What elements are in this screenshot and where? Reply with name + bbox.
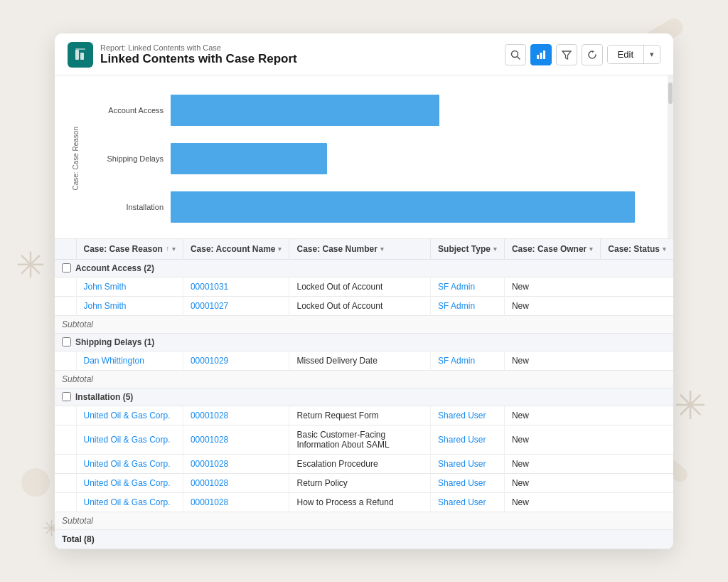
- cell-subject-type-0-1: Locked Out of Account: [289, 296, 431, 315]
- link-account-name-0-1[interactable]: John Smith: [84, 301, 127, 311]
- table-row: John Smith00001031Locked Out of AccountS…: [55, 277, 673, 296]
- group-row-0: Account Access (2): [55, 259, 673, 277]
- link-account-name-0-0[interactable]: John Smith: [84, 282, 127, 292]
- link-case-owner-2-2[interactable]: Shared User: [438, 459, 486, 469]
- subtotal-label-0: Subtotal: [55, 315, 673, 333]
- th-account_name[interactable]: Case: Account Name▾: [183, 239, 289, 260]
- bg-decoration-3: [21, 468, 50, 497]
- refresh-button[interactable]: [582, 44, 603, 65]
- data-table: Case: Case Reason↑▾Case: Account Name▾Ca…: [55, 239, 673, 549]
- table-wrapper: Case: Case Reason↑▾Case: Account Name▾Ca…: [55, 239, 673, 549]
- link-case-owner-2-3[interactable]: Shared User: [438, 478, 486, 488]
- sort-icon-case_reason: ↑: [166, 245, 169, 253]
- link-case-number-1-0[interactable]: 00001029: [191, 356, 228, 366]
- svg-rect-1: [80, 53, 84, 60]
- filter-button[interactable]: [556, 44, 577, 65]
- link-case-number-2-1[interactable]: 00001028: [191, 435, 228, 445]
- subtotal-row-2: Subtotal: [55, 512, 673, 529]
- svg-rect-7: [543, 51, 545, 59]
- search-button[interactable]: [505, 44, 526, 65]
- group-label-text-1: Shipping Delays (1): [75, 337, 154, 347]
- group-checkbox-2[interactable]: [62, 392, 71, 401]
- link-case-number-0-0[interactable]: 00001031: [191, 282, 228, 292]
- chart-row-2: Installation: [85, 191, 659, 223]
- link-case-number-2-4[interactable]: 00001028: [191, 497, 228, 507]
- row-checkbox-0-0: [55, 277, 76, 296]
- filter-icon-case_owner[interactable]: ▾: [589, 245, 593, 253]
- svg-rect-6: [540, 53, 542, 59]
- chart-bar-1: [171, 143, 327, 174]
- link-case-owner-2-4[interactable]: Shared User: [438, 497, 486, 507]
- cell-account-name-2-2: United Oil & Gas Corp.: [76, 454, 183, 473]
- link-case-owner-1-0[interactable]: SF Admin: [438, 356, 475, 366]
- header-titles: Report: Linked Contents with Case Linked…: [100, 43, 297, 66]
- total-row: Total (8): [55, 529, 673, 549]
- report-icon: [68, 42, 93, 68]
- filter-icon-case_status[interactable]: ▾: [663, 245, 666, 253]
- link-account-name-2-1[interactable]: United Oil & Gas Corp.: [84, 435, 171, 445]
- main-card: Report: Linked Contents with Case Linked…: [55, 33, 673, 549]
- filter-icon-case_number[interactable]: ▾: [380, 245, 384, 253]
- row-checkbox-2-3: [55, 473, 76, 492]
- th-case_number[interactable]: Case: Case Number▾: [289, 239, 431, 260]
- filter-icon-subject_type[interactable]: ▾: [493, 245, 497, 253]
- link-account-name-2-2[interactable]: United Oil & Gas Corp.: [84, 459, 171, 469]
- link-account-name-1-0[interactable]: Dan Whittington: [84, 356, 144, 366]
- row-checkbox-2-4: [55, 492, 76, 512]
- link-account-name-2-3[interactable]: United Oil & Gas Corp.: [84, 478, 171, 488]
- subtotal-label-1: Subtotal: [55, 370, 673, 388]
- table-header-row: Case: Case Reason↑▾Case: Account Name▾Ca…: [55, 239, 673, 260]
- group-label-text-2: Installation (5): [75, 392, 133, 402]
- svg-rect-2: [75, 48, 85, 50]
- link-case-number-2-3[interactable]: 00001028: [191, 478, 228, 488]
- link-account-name-2-0[interactable]: United Oil & Gas Corp.: [84, 411, 171, 420]
- group-checkbox-0[interactable]: [62, 263, 71, 273]
- cell-subject-type-2-2: Escalation Procedure: [289, 454, 431, 473]
- link-case-owner-0-0[interactable]: SF Admin: [438, 282, 475, 292]
- row-checkbox-0-1: [55, 296, 76, 315]
- chart-scrollbar-thumb: [668, 83, 673, 104]
- link-case-number-0-1[interactable]: 00001027: [191, 301, 228, 311]
- chart-row-0: Account Access: [85, 95, 659, 126]
- subtotal-label-2: Subtotal: [55, 512, 673, 529]
- report-title: Linked Contents with Case Report: [100, 52, 297, 66]
- link-case-owner-2-1[interactable]: Shared User: [438, 435, 486, 445]
- edit-button[interactable]: Edit: [608, 46, 644, 63]
- link-case-owner-0-1[interactable]: SF Admin: [438, 301, 475, 311]
- link-account-name-2-4[interactable]: United Oil & Gas Corp.: [84, 497, 171, 507]
- subtotal-row-1: Subtotal: [55, 370, 673, 388]
- edit-dropdown-button[interactable]: ▾: [644, 46, 660, 63]
- chart-bars: Account AccessShipping DelaysInstallatio…: [80, 87, 659, 231]
- th-case_owner[interactable]: Case: Case Owner▾: [504, 239, 600, 260]
- link-case-owner-2-0[interactable]: Shared User: [438, 411, 486, 420]
- edit-button-group: Edit ▾: [607, 45, 660, 64]
- th-subject_type[interactable]: Subject Type▾: [431, 239, 505, 260]
- cell-case-status-2-0: New: [504, 406, 600, 425]
- th-label-case_reason: Case: Case Reason: [84, 244, 163, 254]
- cell-case-owner-2-4: Shared User: [431, 492, 505, 512]
- cell-subject-type-2-1: Basic Customer-Facing Information About …: [289, 425, 431, 454]
- cell-case-status-2-1: New: [504, 425, 600, 454]
- row-checkbox-2-1: [55, 425, 76, 454]
- table-row: John Smith00001027Locked Out of AccountS…: [55, 296, 673, 315]
- group-checkbox-1[interactable]: [62, 337, 71, 346]
- chart-scrollbar[interactable]: [668, 75, 673, 238]
- cell-case-status-0-1: New: [504, 296, 600, 315]
- filter-icon-case_reason[interactable]: ▾: [172, 245, 176, 253]
- chart-bar-2: [171, 191, 635, 223]
- chart-toggle-button[interactable]: [530, 44, 552, 65]
- cell-case-number-2-1: 00001028: [183, 425, 289, 454]
- card-header: Report: Linked Contents with Case Linked…: [55, 33, 673, 75]
- th-checkbox: [55, 239, 76, 260]
- link-case-number-2-2[interactable]: 00001028: [191, 459, 228, 469]
- chart-bar-container-1: [171, 143, 659, 174]
- cell-case-status-2-3: New: [504, 473, 600, 492]
- th-case_status[interactable]: Case: Status▾: [601, 239, 673, 260]
- filter-icon-account_name[interactable]: ▾: [278, 245, 282, 253]
- cell-case-owner-0-1: SF Admin: [431, 296, 505, 315]
- cell-case-status-2-4: New: [504, 492, 600, 512]
- th-case_reason[interactable]: Case: Case Reason↑▾: [76, 239, 183, 260]
- link-case-number-2-0[interactable]: 00001028: [191, 411, 228, 420]
- cell-case-owner-1-0: SF Admin: [431, 351, 505, 370]
- cell-case-owner-2-2: Shared User: [431, 454, 505, 473]
